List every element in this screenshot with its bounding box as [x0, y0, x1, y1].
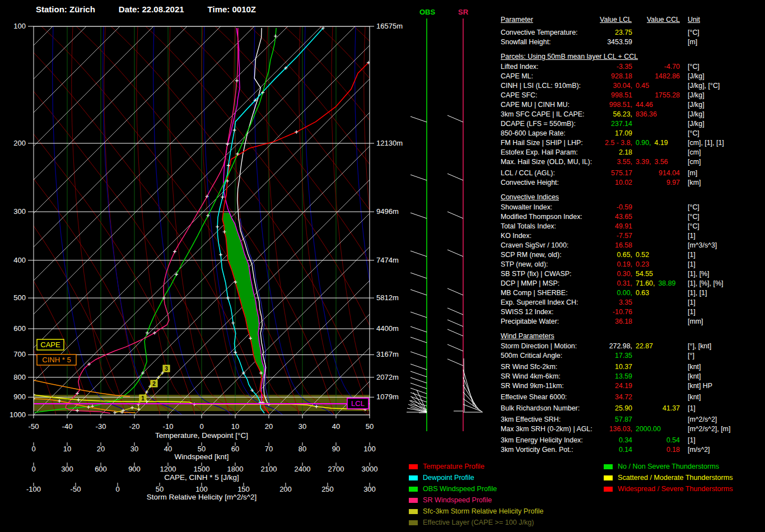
- param-value-lcl: 237.14: [554, 119, 632, 129]
- table-row: SB STP (fix) | CWASP:0.30,54.55[1], [%]: [501, 269, 765, 279]
- param-value-ccl: 41.37: [636, 404, 680, 413]
- param-label: Showalter Index:: [501, 203, 552, 212]
- legend-label: OBS Windspeed Profile: [423, 485, 497, 493]
- param-unit: [°C]: [688, 203, 699, 212]
- obs-wind-barb: [411, 290, 427, 295]
- param-unit: [°], [knt]: [688, 342, 711, 351]
- param-value-lcl: 34.72: [554, 393, 632, 402]
- param-unit: [°C]: [688, 28, 699, 38]
- table-row: Max. Hail Size (OLD, MU, IL):3.55,3.39,3…: [501, 157, 765, 167]
- param-value-segment: 71.60,: [636, 279, 655, 287]
- param-value-lcl: 17.09: [554, 129, 632, 138]
- legend-label: Effective Layer (CAPE >= 100 J/kg): [423, 519, 534, 526]
- wind-tick-label: 80: [298, 445, 306, 453]
- param-value-lcl: 575.17: [554, 169, 632, 178]
- temperature-profile-markers: [223, 61, 370, 404]
- param-unit: [1], [%], [%]: [688, 279, 723, 288]
- param-value-lcl: 13.59: [554, 372, 632, 381]
- param-value-extra: 0.45: [636, 81, 652, 91]
- param-value-ccl: -4.70: [636, 62, 680, 72]
- cape-tick-label: 1800: [227, 465, 244, 473]
- table-row: Storm Direction | Motion:272.98,22.87[°]…: [501, 342, 765, 351]
- param-value-lcl: -3.35: [554, 62, 632, 72]
- param-unit: [1], [1]: [688, 288, 707, 298]
- wind-tick-label: 30: [130, 445, 138, 453]
- pressure-tick-label: 200: [13, 139, 26, 147]
- table-row: SR Wind 9km-11km:24.19[knt] HP: [501, 381, 765, 391]
- param-value-ccl: 1755.28: [636, 91, 680, 100]
- table-row: CAPE MU | CINH MU:998.51,44.46[J/kg]: [501, 100, 765, 110]
- param-value-segment: 0.52: [636, 251, 649, 259]
- sr-wind-barb: [447, 212, 463, 218]
- obs-wind-barb: [411, 251, 427, 256]
- sr-wind-barb: [447, 115, 463, 122]
- cape-axis-label: CAPE, CINH * 5 [J/kg]: [164, 473, 239, 482]
- wind-tick-label: 50: [198, 445, 206, 453]
- param-value-lcl: 17.35: [554, 351, 632, 361]
- srh-tick-label: 100: [195, 485, 208, 493]
- param-value-lcl: 25.90: [554, 404, 632, 413]
- param-value-lcl: 0.34: [554, 436, 632, 445]
- srh-tick-label: 200: [279, 485, 292, 493]
- temp-tick-label: -30: [96, 422, 106, 431]
- param-label: CAPE ML:: [501, 72, 533, 81]
- param-value-extra: 44.46: [636, 100, 656, 110]
- legend-swatch-icon: [409, 498, 418, 503]
- cape-tick-label: 1500: [194, 465, 210, 473]
- cape-tick-label: 2400: [295, 465, 311, 473]
- param-unit: [m]: [688, 169, 697, 178]
- legend-label: SR Windspeed Profile: [423, 496, 492, 504]
- param-value-extra: 0.63: [636, 288, 652, 298]
- svg-text:3: 3: [165, 366, 168, 372]
- param-unit: [J/kg]: [688, 72, 705, 81]
- wind-tick-label: 60: [231, 445, 239, 453]
- altitude-label: 2072m: [376, 373, 399, 381]
- table-row: Modified Thompson Index:43.65[°C]: [501, 212, 765, 222]
- svg-text:LCL: LCL: [351, 399, 365, 408]
- sr-wind-barb: [447, 174, 463, 180]
- srh-tick-label: 50: [156, 485, 164, 493]
- col-header-value-lcl: Value LCL: [588, 16, 632, 24]
- param-value-lcl: -7.57: [554, 231, 632, 241]
- legend-swatch-icon: [409, 509, 418, 514]
- srh-km-marker: 1: [139, 395, 146, 402]
- param-value-lcl: -10.76: [554, 307, 632, 317]
- cape-tick-label: 2100: [261, 465, 277, 473]
- legend-item: Scattered / Moderate Thunderstorms: [604, 472, 733, 483]
- param-value-segment: 54.55: [636, 270, 653, 278]
- param-value-lcl: 57.87: [554, 415, 632, 424]
- param-value-lcl: 30.04,: [554, 81, 632, 91]
- param-unit: [1]: [688, 260, 696, 269]
- legend-item: Widespread / Severe Thunderstorms: [604, 483, 733, 494]
- param-unit: [1]: [688, 404, 696, 413]
- table-row: SWISS 12 Index:-10.76[1]: [501, 307, 765, 317]
- param-value-ccl: 0.54: [636, 436, 680, 445]
- table-row: Snowfall Height:3453.59[m]: [501, 38, 765, 47]
- param-value-lcl: 0.00,: [554, 288, 632, 298]
- param-value-lcl: 0.14: [554, 445, 632, 455]
- parameter-table-header: Parameter Value LCL Value CCL Unit: [501, 16, 765, 26]
- lcl-badge: LCL: [347, 398, 368, 409]
- param-value-extra: 3.39,3.56: [636, 157, 671, 167]
- legend-swatch-icon: [409, 464, 418, 469]
- legend-item: Sfc-3km Storm Relative Helicity Profile: [409, 506, 544, 517]
- parameter-table-body: Convective Temperature:23.75[°C]Snowfall…: [501, 28, 765, 455]
- altitude-label: 16575m: [376, 22, 403, 30]
- param-value-segment: 0.63: [636, 289, 649, 297]
- table-row: Total Totals Index:49.91[°C]: [501, 222, 765, 231]
- table-row: 850-600 Lapse Rate:17.09[°C]: [501, 129, 765, 138]
- param-label: Convective Height:: [501, 178, 559, 188]
- wind-tick-label: 40: [164, 445, 172, 453]
- param-unit: [°C]: [688, 62, 699, 72]
- table-row: Estofex Exp. Hail Param:2.18[cm]: [501, 148, 765, 157]
- cape-tick-label: 0: [31, 465, 35, 473]
- param-value-segment: 836.36: [636, 110, 657, 118]
- table-row: DCP | MMP | MSP:0.31,71.60,38.89[1], [%]…: [501, 279, 765, 288]
- obs-wind-barb: [411, 337, 427, 343]
- obs-wind-barb: [411, 371, 427, 377]
- param-label: STP (new, old):: [501, 260, 548, 269]
- param-label: Precipitable Water:: [501, 317, 559, 326]
- legend-swatch-icon: [604, 487, 613, 492]
- param-value-lcl: 272.98,: [554, 342, 632, 351]
- pressure-tick-label: 1000: [10, 410, 26, 419]
